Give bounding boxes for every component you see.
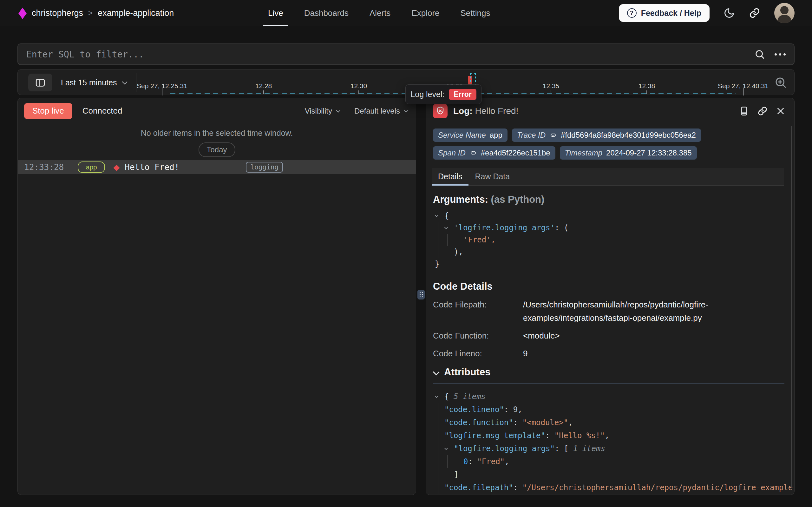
metadata-badges: Service NameappTrace ID#fdd5694a8fa98eb4… bbox=[433, 128, 785, 160]
code-line: 'logfire.logging_args': ( bbox=[435, 222, 568, 234]
chevron-down-icon bbox=[336, 108, 340, 112]
tree-expand-chevron-icon[interactable] bbox=[444, 222, 454, 234]
theme-toggle-moon-icon[interactable] bbox=[724, 7, 735, 19]
sidebar-toggle-icon[interactable] bbox=[28, 74, 52, 92]
error-shield-icon bbox=[433, 104, 447, 118]
detail-title: Log: Hello Fred! bbox=[453, 106, 518, 116]
code-line: ), bbox=[435, 246, 568, 258]
badge-value: #ea4d5f226ec151be bbox=[481, 149, 550, 157]
code-detail-label: Code Filepath: bbox=[433, 298, 523, 325]
default-levels-label: Default levels bbox=[354, 107, 400, 115]
nav-right-cluster: ? Feedback / Help bbox=[619, 0, 795, 26]
detail-tabs: DetailsRaw Data bbox=[432, 168, 784, 186]
main-nav-tabs: LiveDashboardsAlertsExploreSettings bbox=[268, 0, 490, 26]
nav-item-settings[interactable]: Settings bbox=[460, 0, 490, 26]
code-line: "code.filepath": "/Users/christophersami… bbox=[435, 481, 793, 494]
tab-raw-data[interactable]: Raw Data bbox=[469, 168, 516, 185]
user-avatar[interactable] bbox=[774, 3, 795, 23]
tree-expand-chevron-icon[interactable] bbox=[435, 390, 444, 403]
today-button[interactable]: Today bbox=[198, 143, 235, 157]
log-message: Hello Fred! bbox=[125, 162, 179, 172]
badge-label: Service Name bbox=[438, 131, 486, 139]
sql-filter-input[interactable] bbox=[18, 49, 754, 60]
code-details-heading: Code Details bbox=[433, 281, 493, 292]
divider bbox=[136, 73, 136, 92]
badge-value: #fdd5694a8fa98eb4e301d99ebc056ea2 bbox=[561, 131, 696, 139]
sql-filter-bar bbox=[17, 44, 795, 65]
logfire-logo-icon[interactable] bbox=[18, 8, 27, 19]
code-detail-label: Code Lineno: bbox=[433, 347, 523, 360]
log-row-selected[interactable]: 12:33:28 app ◆ Hello Fred! logging bbox=[18, 160, 416, 174]
arguments-python-tree: {'logfire.logging_args': ('Fred',),} bbox=[433, 210, 568, 270]
log-detail-panel: Log: Hello Fred! bbox=[426, 98, 795, 495]
code-line: 'Fred', bbox=[435, 234, 568, 246]
detail-title-prefix: Log: bbox=[453, 106, 473, 116]
code-line: "logfire.msg_template": "Hello %s!", bbox=[435, 429, 793, 442]
top-nav: christophergs > example-application Live… bbox=[0, 0, 812, 26]
time-range-dropdown[interactable]: Last 15 minutes bbox=[61, 69, 126, 96]
close-icon[interactable] bbox=[776, 106, 785, 116]
link-icon[interactable] bbox=[470, 149, 477, 157]
panel-resize-handle[interactable] bbox=[418, 290, 425, 299]
log-timestamp: 12:33:28 bbox=[24, 162, 64, 172]
more-options-icon[interactable] bbox=[774, 53, 786, 56]
code-details-rows: Code Filepath:/Users/christophersamiulla… bbox=[433, 298, 785, 360]
code-line: ] bbox=[435, 468, 793, 481]
visibility-dropdown[interactable]: Visibility bbox=[305, 107, 339, 115]
breadcrumb-org[interactable]: christophergs bbox=[32, 8, 83, 18]
badge-service-name[interactable]: Service Nameapp bbox=[433, 128, 507, 142]
share-link-icon[interactable] bbox=[749, 7, 760, 19]
question-circle-icon: ? bbox=[627, 8, 637, 18]
code-detail-value: 9 bbox=[523, 347, 745, 360]
visibility-label: Visibility bbox=[305, 107, 332, 115]
badge-trace-id[interactable]: Trace ID#fdd5694a8fa98eb4e301d99ebc056ea… bbox=[512, 128, 701, 142]
breadcrumb-project[interactable]: example-application bbox=[98, 8, 174, 18]
error-diamond-icon: ◆ bbox=[113, 162, 120, 172]
panel-layout-icon[interactable] bbox=[739, 106, 749, 116]
live-logs-panel: Stop live Connected Visibility Default l… bbox=[17, 98, 416, 495]
badge-label: Span ID bbox=[438, 149, 465, 157]
feedback-help-button[interactable]: ? Feedback / Help bbox=[619, 4, 709, 22]
feedback-help-label: Feedback / Help bbox=[641, 9, 701, 18]
badge-value: 2024-09-27 12:33:28.385 bbox=[606, 149, 692, 157]
code-detail-value: <module> bbox=[523, 329, 745, 342]
code-line: { bbox=[435, 210, 568, 222]
code-line: { 5 items bbox=[435, 390, 793, 403]
time-range-label: Last 15 minutes bbox=[61, 78, 117, 87]
breadcrumb-separator: > bbox=[88, 9, 92, 17]
code-detail-label: Code Function: bbox=[433, 329, 523, 342]
divider bbox=[433, 383, 785, 384]
badge-timestamp[interactable]: Timestamp2024-09-27 12:33:28.385 bbox=[560, 146, 697, 160]
code-detail-value: /Users/christophersamiullah/repos/pydant… bbox=[523, 298, 745, 325]
copy-link-icon[interactable] bbox=[757, 106, 767, 116]
tree-expand-chevron-icon[interactable] bbox=[444, 442, 454, 455]
code-line: "logfire.logging_args": [ 1 items bbox=[435, 442, 793, 455]
empty-window-message: No older items in the selected time wind… bbox=[18, 128, 416, 138]
timeline-selection-box bbox=[470, 73, 476, 86]
zoom-in-icon[interactable] bbox=[774, 76, 787, 89]
link-icon[interactable] bbox=[549, 131, 557, 139]
tree-expand-chevron-icon[interactable] bbox=[435, 210, 444, 222]
attributes-json-tree: { 5 items"code.lineno": 9,"code.function… bbox=[433, 390, 793, 494]
service-badge: app bbox=[78, 162, 105, 173]
badge-label: Trace ID bbox=[517, 131, 546, 139]
attributes-heading: Attributes bbox=[433, 367, 490, 378]
collapse-chevron-icon[interactable] bbox=[433, 369, 440, 375]
nav-item-live[interactable]: Live bbox=[268, 0, 283, 26]
tab-details[interactable]: Details bbox=[432, 168, 469, 185]
code-line: } bbox=[435, 258, 568, 270]
badge-span-id[interactable]: Span ID#ea4d5f226ec151be bbox=[433, 146, 555, 160]
default-levels-dropdown[interactable]: Default levels bbox=[354, 107, 407, 115]
log-level-tooltip: Log level: Error bbox=[405, 84, 482, 104]
stop-live-button[interactable]: Stop live bbox=[24, 103, 72, 119]
search-icon[interactable] bbox=[754, 49, 765, 60]
connection-status: Connected bbox=[82, 106, 122, 116]
arguments-heading: Arguments: (as Python) bbox=[433, 194, 544, 205]
nav-item-explore[interactable]: Explore bbox=[412, 0, 439, 26]
chevron-down-icon bbox=[404, 108, 408, 112]
error-level-badge: Error bbox=[449, 89, 476, 100]
nav-item-alerts[interactable]: Alerts bbox=[370, 0, 390, 26]
scrollbar[interactable] bbox=[791, 126, 792, 488]
live-panel-header: Stop live Connected Visibility Default l… bbox=[18, 98, 416, 124]
nav-item-dashboards[interactable]: Dashboards bbox=[304, 0, 349, 26]
